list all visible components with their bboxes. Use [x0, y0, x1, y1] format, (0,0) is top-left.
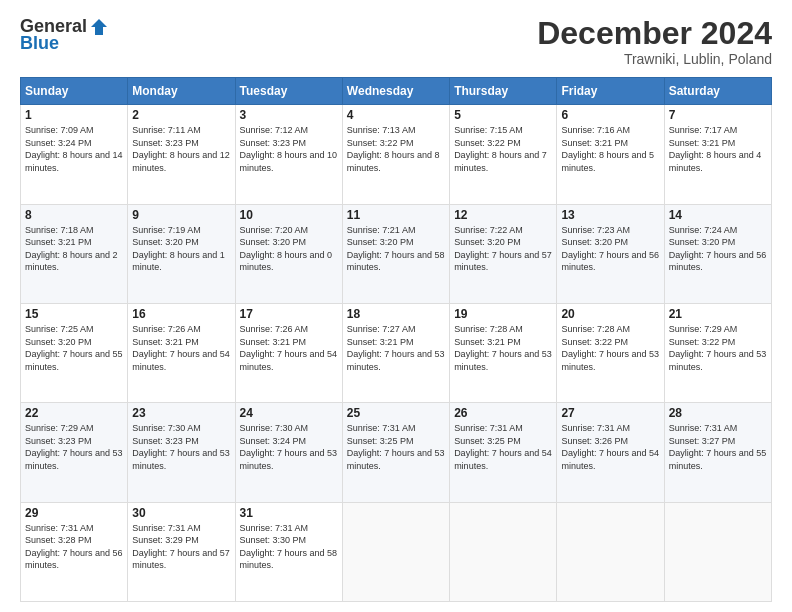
calendar-cell: 11Sunrise: 7:21 AMSunset: 3:20 PMDayligh… [342, 204, 449, 303]
calendar-cell: 5Sunrise: 7:15 AMSunset: 3:22 PMDaylight… [450, 105, 557, 204]
calendar-cell: 4Sunrise: 7:13 AMSunset: 3:22 PMDaylight… [342, 105, 449, 204]
cell-text: Sunrise: 7:13 AMSunset: 3:22 PMDaylight:… [347, 125, 440, 173]
cell-text: Sunrise: 7:29 AMSunset: 3:23 PMDaylight:… [25, 423, 123, 471]
day-number: 19 [454, 307, 552, 321]
day-number: 16 [132, 307, 230, 321]
day-number: 12 [454, 208, 552, 222]
calendar-cell: 23Sunrise: 7:30 AMSunset: 3:23 PMDayligh… [128, 403, 235, 502]
calendar-cell: 19Sunrise: 7:28 AMSunset: 3:21 PMDayligh… [450, 303, 557, 402]
calendar-cell: 30Sunrise: 7:31 AMSunset: 3:29 PMDayligh… [128, 502, 235, 601]
calendar-week-1: 1Sunrise: 7:09 AMSunset: 3:24 PMDaylight… [21, 105, 772, 204]
cell-text: Sunrise: 7:31 AMSunset: 3:25 PMDaylight:… [454, 423, 552, 471]
calendar-header-wednesday: Wednesday [342, 78, 449, 105]
calendar-cell: 10Sunrise: 7:20 AMSunset: 3:20 PMDayligh… [235, 204, 342, 303]
cell-text: Sunrise: 7:29 AMSunset: 3:22 PMDaylight:… [669, 324, 767, 372]
cell-text: Sunrise: 7:11 AMSunset: 3:23 PMDaylight:… [132, 125, 230, 173]
cell-text: Sunrise: 7:17 AMSunset: 3:21 PMDaylight:… [669, 125, 762, 173]
calendar-cell [557, 502, 664, 601]
day-number: 6 [561, 108, 659, 122]
calendar-cell: 14Sunrise: 7:24 AMSunset: 3:20 PMDayligh… [664, 204, 771, 303]
day-number: 9 [132, 208, 230, 222]
cell-text: Sunrise: 7:26 AMSunset: 3:21 PMDaylight:… [132, 324, 230, 372]
cell-text: Sunrise: 7:31 AMSunset: 3:28 PMDaylight:… [25, 523, 123, 571]
logo: General Blue [20, 16, 109, 54]
calendar-cell: 12Sunrise: 7:22 AMSunset: 3:20 PMDayligh… [450, 204, 557, 303]
day-number: 31 [240, 506, 338, 520]
calendar-cell: 29Sunrise: 7:31 AMSunset: 3:28 PMDayligh… [21, 502, 128, 601]
calendar-table: SundayMondayTuesdayWednesdayThursdayFrid… [20, 77, 772, 602]
calendar-header-sunday: Sunday [21, 78, 128, 105]
day-number: 30 [132, 506, 230, 520]
cell-text: Sunrise: 7:12 AMSunset: 3:23 PMDaylight:… [240, 125, 338, 173]
svg-marker-0 [91, 19, 107, 35]
calendar-cell: 16Sunrise: 7:26 AMSunset: 3:21 PMDayligh… [128, 303, 235, 402]
month-title: December 2024 [537, 16, 772, 51]
cell-text: Sunrise: 7:25 AMSunset: 3:20 PMDaylight:… [25, 324, 123, 372]
day-number: 21 [669, 307, 767, 321]
calendar-cell: 9Sunrise: 7:19 AMSunset: 3:20 PMDaylight… [128, 204, 235, 303]
day-number: 14 [669, 208, 767, 222]
day-number: 13 [561, 208, 659, 222]
cell-text: Sunrise: 7:31 AMSunset: 3:30 PMDaylight:… [240, 523, 338, 571]
day-number: 5 [454, 108, 552, 122]
calendar-header-monday: Monday [128, 78, 235, 105]
calendar-cell: 21Sunrise: 7:29 AMSunset: 3:22 PMDayligh… [664, 303, 771, 402]
calendar-cell: 7Sunrise: 7:17 AMSunset: 3:21 PMDaylight… [664, 105, 771, 204]
calendar-cell: 3Sunrise: 7:12 AMSunset: 3:23 PMDaylight… [235, 105, 342, 204]
calendar-cell: 15Sunrise: 7:25 AMSunset: 3:20 PMDayligh… [21, 303, 128, 402]
day-number: 25 [347, 406, 445, 420]
cell-text: Sunrise: 7:26 AMSunset: 3:21 PMDaylight:… [240, 324, 338, 372]
calendar-cell: 1Sunrise: 7:09 AMSunset: 3:24 PMDaylight… [21, 105, 128, 204]
location: Trawniki, Lublin, Poland [537, 51, 772, 67]
calendar-header-tuesday: Tuesday [235, 78, 342, 105]
calendar-cell: 26Sunrise: 7:31 AMSunset: 3:25 PMDayligh… [450, 403, 557, 502]
title-area: December 2024 Trawniki, Lublin, Poland [537, 16, 772, 67]
calendar-cell: 2Sunrise: 7:11 AMSunset: 3:23 PMDaylight… [128, 105, 235, 204]
day-number: 26 [454, 406, 552, 420]
day-number: 10 [240, 208, 338, 222]
day-number: 24 [240, 406, 338, 420]
cell-text: Sunrise: 7:24 AMSunset: 3:20 PMDaylight:… [669, 225, 767, 273]
calendar-cell: 24Sunrise: 7:30 AMSunset: 3:24 PMDayligh… [235, 403, 342, 502]
cell-text: Sunrise: 7:23 AMSunset: 3:20 PMDaylight:… [561, 225, 659, 273]
cell-text: Sunrise: 7:31 AMSunset: 3:25 PMDaylight:… [347, 423, 445, 471]
calendar-cell [664, 502, 771, 601]
calendar-cell: 25Sunrise: 7:31 AMSunset: 3:25 PMDayligh… [342, 403, 449, 502]
day-number: 3 [240, 108, 338, 122]
calendar-cell: 22Sunrise: 7:29 AMSunset: 3:23 PMDayligh… [21, 403, 128, 502]
day-number: 15 [25, 307, 123, 321]
day-number: 11 [347, 208, 445, 222]
day-number: 8 [25, 208, 123, 222]
cell-text: Sunrise: 7:27 AMSunset: 3:21 PMDaylight:… [347, 324, 445, 372]
calendar-header-friday: Friday [557, 78, 664, 105]
day-number: 1 [25, 108, 123, 122]
calendar-cell: 18Sunrise: 7:27 AMSunset: 3:21 PMDayligh… [342, 303, 449, 402]
calendar-body: 1Sunrise: 7:09 AMSunset: 3:24 PMDaylight… [21, 105, 772, 602]
day-number: 23 [132, 406, 230, 420]
cell-text: Sunrise: 7:22 AMSunset: 3:20 PMDaylight:… [454, 225, 552, 273]
calendar-cell: 27Sunrise: 7:31 AMSunset: 3:26 PMDayligh… [557, 403, 664, 502]
calendar-week-2: 8Sunrise: 7:18 AMSunset: 3:21 PMDaylight… [21, 204, 772, 303]
day-number: 2 [132, 108, 230, 122]
logo-blue-text: Blue [20, 33, 59, 54]
day-number: 28 [669, 406, 767, 420]
calendar-cell [342, 502, 449, 601]
calendar-header-saturday: Saturday [664, 78, 771, 105]
cell-text: Sunrise: 7:19 AMSunset: 3:20 PMDaylight:… [132, 225, 225, 273]
cell-text: Sunrise: 7:18 AMSunset: 3:21 PMDaylight:… [25, 225, 118, 273]
cell-text: Sunrise: 7:20 AMSunset: 3:20 PMDaylight:… [240, 225, 333, 273]
day-number: 29 [25, 506, 123, 520]
calendar-cell: 13Sunrise: 7:23 AMSunset: 3:20 PMDayligh… [557, 204, 664, 303]
day-number: 20 [561, 307, 659, 321]
cell-text: Sunrise: 7:30 AMSunset: 3:24 PMDaylight:… [240, 423, 338, 471]
cell-text: Sunrise: 7:09 AMSunset: 3:24 PMDaylight:… [25, 125, 123, 173]
calendar-cell: 8Sunrise: 7:18 AMSunset: 3:21 PMDaylight… [21, 204, 128, 303]
day-number: 17 [240, 307, 338, 321]
calendar-header-thursday: Thursday [450, 78, 557, 105]
day-number: 4 [347, 108, 445, 122]
calendar-cell: 31Sunrise: 7:31 AMSunset: 3:30 PMDayligh… [235, 502, 342, 601]
calendar-cell: 6Sunrise: 7:16 AMSunset: 3:21 PMDaylight… [557, 105, 664, 204]
page: General Blue December 2024 Trawniki, Lub… [0, 0, 792, 612]
calendar-cell [450, 502, 557, 601]
calendar-cell: 28Sunrise: 7:31 AMSunset: 3:27 PMDayligh… [664, 403, 771, 502]
